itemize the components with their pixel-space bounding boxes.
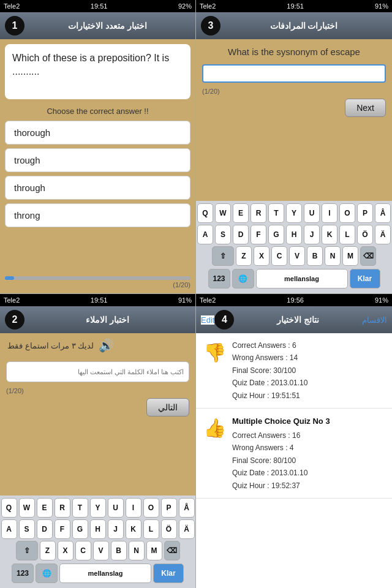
status-bar-1: Tele2 19:51 92% bbox=[0, 0, 195, 12]
next-button-3[interactable]: التالي bbox=[146, 398, 189, 417]
key-r-2[interactable]: R bbox=[251, 203, 266, 223]
key-klar-2[interactable]: Klar bbox=[350, 269, 380, 288]
key-aa-3[interactable]: Å bbox=[179, 498, 195, 518]
key-u-3[interactable]: U bbox=[108, 498, 124, 518]
panel-synonyms: Tele2 19:51 91% 3 اختبارات المرادفات Wha… bbox=[196, 0, 392, 294]
next-button-2[interactable]: Next bbox=[345, 99, 386, 117]
nav-bar-2: 3 اختبارات المرادفات bbox=[196, 12, 392, 39]
key-i-3[interactable]: I bbox=[126, 498, 141, 518]
key-f-2[interactable]: F bbox=[251, 225, 266, 244]
key-z-3[interactable]: Z bbox=[40, 541, 56, 560]
key-m-3[interactable]: M bbox=[146, 541, 162, 560]
carrier-2: Tele2 bbox=[200, 2, 216, 10]
key-e-3[interactable]: E bbox=[37, 498, 53, 518]
keyboard-row2-2: A S D F G H J K L Ö Ä bbox=[197, 225, 391, 244]
answer-trough[interactable]: trough bbox=[5, 148, 190, 172]
answer-input-3[interactable] bbox=[6, 361, 189, 382]
key-q-3[interactable]: Q bbox=[1, 498, 17, 518]
key-j-3[interactable]: J bbox=[108, 519, 124, 539]
key-o-3[interactable]: O bbox=[143, 498, 159, 518]
progress-label-1: (1/20) bbox=[5, 281, 190, 288]
key-v-2[interactable]: V bbox=[289, 246, 305, 266]
key-e-2[interactable]: E bbox=[233, 203, 249, 223]
key-c-3[interactable]: C bbox=[75, 541, 91, 560]
key-l-2[interactable]: L bbox=[339, 225, 355, 244]
key-q-2[interactable]: Q bbox=[197, 203, 213, 223]
panel-multiple-choice: Tele2 19:51 92% 1 اختبار متعدد الاختيارا… bbox=[0, 0, 196, 294]
key-x-2[interactable]: X bbox=[254, 246, 270, 266]
key-ae-3[interactable]: Ä bbox=[179, 519, 195, 539]
nav-title-3: اختبار الاملاء bbox=[24, 315, 190, 325]
key-o-2[interactable]: O bbox=[339, 203, 355, 223]
answer-input-2[interactable] bbox=[202, 64, 386, 83]
edit-button[interactable]: Edit bbox=[201, 315, 214, 325]
key-w-3[interactable]: W bbox=[19, 498, 35, 518]
battery-3: 91% bbox=[178, 296, 192, 304]
key-a-2[interactable]: A bbox=[197, 225, 213, 244]
key-c-2[interactable]: C bbox=[271, 246, 287, 266]
key-oe-2[interactable]: Ö bbox=[357, 225, 373, 244]
answer-through[interactable]: through bbox=[5, 176, 190, 200]
key-ae-2[interactable]: Ä bbox=[375, 225, 391, 244]
key-space-3[interactable]: mellanslag bbox=[59, 564, 151, 583]
wrong-answers-2: Wrong Answers : 4 bbox=[232, 442, 385, 454]
key-123-2[interactable]: 123 bbox=[208, 269, 230, 288]
question-text-1: Which of these is a preposition? It is .… bbox=[12, 53, 169, 77]
key-t-3[interactable]: T bbox=[72, 498, 88, 518]
quiz-hour-1: Quiz Hour : 19:51:51 bbox=[232, 390, 385, 402]
key-y-3[interactable]: Y bbox=[90, 498, 106, 518]
key-s-2[interactable]: S bbox=[215, 225, 231, 244]
key-n-2[interactable]: N bbox=[325, 246, 341, 266]
keyboard-3: Q W E R T Y U I O P Å A S D F G H J K L … bbox=[0, 496, 195, 588]
speaker-icon[interactable]: 🔊 bbox=[99, 338, 114, 353]
key-f-3[interactable]: F bbox=[55, 519, 70, 539]
question-text-2: What is the sysnonym of escape bbox=[228, 47, 360, 57]
key-a-3[interactable]: A bbox=[1, 519, 17, 539]
keyboard-row3-2: ⇧ Z X C V B N M ⌫ bbox=[197, 246, 391, 266]
key-globe-3[interactable]: 🌐 bbox=[36, 564, 58, 583]
key-shift-3[interactable]: ⇧ bbox=[16, 541, 38, 560]
key-t-2[interactable]: T bbox=[268, 203, 284, 223]
key-k-3[interactable]: K bbox=[126, 519, 141, 539]
key-oe-3[interactable]: Ö bbox=[161, 519, 177, 539]
key-p-3[interactable]: P bbox=[161, 498, 177, 518]
key-s-3[interactable]: S bbox=[19, 519, 35, 539]
key-d-2[interactable]: D bbox=[233, 225, 249, 244]
key-j-2[interactable]: J bbox=[304, 225, 320, 244]
key-delete-3[interactable]: ⌫ bbox=[164, 541, 180, 560]
key-l-3[interactable]: L bbox=[143, 519, 159, 539]
status-bar-3: Tele2 19:51 91% bbox=[0, 294, 195, 306]
key-k-2[interactable]: K bbox=[322, 225, 337, 244]
sections-button[interactable]: الاقسام bbox=[362, 315, 387, 325]
key-aa-2[interactable]: Å bbox=[375, 203, 391, 223]
key-x-3[interactable]: X bbox=[58, 541, 74, 560]
key-y-2[interactable]: Y bbox=[286, 203, 302, 223]
key-delete-2[interactable]: ⌫ bbox=[360, 246, 376, 266]
key-b-2[interactable]: B bbox=[307, 246, 323, 266]
key-p-2[interactable]: P bbox=[357, 203, 373, 223]
key-shift-2[interactable]: ⇧ bbox=[212, 246, 234, 266]
key-i-2[interactable]: I bbox=[322, 203, 337, 223]
key-d-3[interactable]: D bbox=[37, 519, 53, 539]
answer-throng[interactable]: throng bbox=[5, 203, 190, 227]
key-globe-2[interactable]: 🌐 bbox=[232, 269, 254, 288]
key-g-3[interactable]: G bbox=[72, 519, 88, 539]
key-u-2[interactable]: U bbox=[304, 203, 320, 223]
key-m-2[interactable]: M bbox=[342, 246, 358, 266]
key-v-3[interactable]: V bbox=[93, 541, 109, 560]
key-b-3[interactable]: B bbox=[111, 541, 127, 560]
key-z-2[interactable]: Z bbox=[236, 246, 252, 266]
key-h-2[interactable]: H bbox=[286, 225, 302, 244]
key-g-2[interactable]: G bbox=[268, 225, 284, 244]
carrier-4: Tele2 bbox=[200, 296, 216, 304]
badge-4: 4 bbox=[214, 310, 234, 330]
key-klar-3[interactable]: Klar bbox=[153, 564, 184, 583]
key-r-3[interactable]: R bbox=[55, 498, 70, 518]
key-h-3[interactable]: H bbox=[90, 519, 106, 539]
question-box-1: Which of these is a preposition? It is .… bbox=[5, 44, 190, 99]
key-n-3[interactable]: N bbox=[129, 541, 145, 560]
key-123-3[interactable]: 123 bbox=[12, 564, 34, 583]
key-w-2[interactable]: W bbox=[215, 203, 231, 223]
answer-thorough[interactable]: thorough bbox=[5, 121, 190, 145]
key-space-2[interactable]: mellanslag bbox=[256, 269, 348, 288]
